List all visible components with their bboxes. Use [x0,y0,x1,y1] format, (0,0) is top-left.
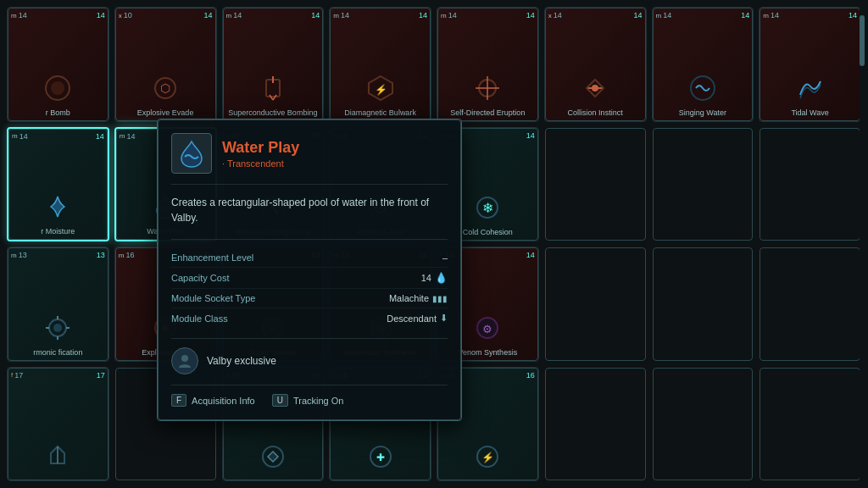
card-empty-15 [759,127,861,242]
svg-text:❄: ❄ [482,201,493,215]
stat-socket-label: Module Socket Type [171,293,255,303]
card-0[interactable]: m14 14 r Bomb [7,7,109,122]
card-corner-num-20: 14 [526,251,535,259]
card-corner-num-5: 14 [633,11,642,19]
acquisition-info-button[interactable]: F Acquisition Info [171,394,255,407]
svg-point-15 [592,85,598,92]
acquisition-label: Acquisition Info [192,396,255,406]
exclusive-avatar [171,347,198,374]
card-5[interactable]: x14 14 Collision Instinct [544,7,647,122]
card-icon-28: ⚡ [470,440,504,474]
card-name-1: Explosive Evade [137,108,194,118]
card-corner-num-8: 14 [96,132,104,141]
svg-point-25 [53,324,62,332]
tooltip-subtitle: · Transcendent [222,158,299,169]
card-empty-13 [544,127,647,242]
card-corner-num-28: 16 [526,371,535,380]
card-name-5: Collision Instinct [568,108,623,118]
svg-point-1 [51,81,64,95]
tooltip-panel: Water Play · Transcendent Creates a rect… [157,119,462,421]
card-badge-3: m14 [333,11,349,19]
card-corner-num-12: 14 [526,131,535,140]
card-corner-num-7: 14 [849,11,857,19]
descendant-icon: ⬇ [440,313,448,324]
card-empty-29 [544,367,647,482]
socket-bars-icon: ▮▮▮ [432,294,448,303]
card-badge-16: m13 [11,251,27,259]
card-icon-27: ✚ [364,440,398,474]
card-icon-16 [41,311,75,345]
card-8[interactable]: m14 14 r Moisture [7,127,109,242]
card-empty-30 [652,367,754,482]
card-corner-num-2: 14 [311,11,320,19]
card-name-4: Self-Directed Eruption [450,108,525,118]
card-4[interactable]: m14 14 Self-Directed Eruption [437,7,539,122]
card-corner-num-24: 17 [97,371,105,380]
card-16[interactable]: m13 13 rmonic fication [7,247,109,362]
card-1[interactable]: x10 14 ⬡ Explosive Evade [114,7,217,122]
exclusive-text: Valby exclusive [207,355,276,367]
card-badge-24: f17 [11,371,23,380]
tooltip-footer: F Acquisition Info U Tracking On [171,385,448,407]
card-24[interactable]: f17 17 [7,367,109,482]
card-empty-23 [759,247,861,362]
card-icon-6 [686,71,720,105]
card-corner-num-16: 13 [97,251,105,259]
card-badge-2: m14 [226,11,242,19]
card-icon-2 [256,71,290,105]
scrollbar-thumb[interactable] [860,15,865,66]
tracking-button[interactable]: U Tracking On [272,394,344,407]
card-2[interactable]: m14 14 Superconductive Bombing [222,7,325,122]
card-badge-1: x10 [119,11,132,19]
tracking-label: Tracking On [293,396,344,406]
key-u: U [272,394,288,407]
svg-text:✚: ✚ [376,452,385,463]
card-6[interactable]: m14 14 Singing Water [652,7,754,122]
stat-enhancement-label: Enhancement Level [171,252,253,263]
card-7[interactable]: m14 14 Tidal Wave [759,7,861,122]
card-badge-4: m14 [441,11,457,19]
card-name-3: Diamagnetic Bulwark [344,108,416,118]
tooltip-title: Water Play [222,139,299,157]
stat-capacity: Capacity Cost 14 💧 [171,268,448,289]
svg-point-45 [181,355,188,362]
card-3[interactable]: m14 14 ⚡ Diamagnetic Bulwark [329,7,431,122]
card-badge-0: m14 [11,11,27,19]
card-name-0: r Bomb [46,108,70,118]
card-icon-5 [578,71,612,105]
stat-enhancement-value: – [442,252,448,263]
card-name-16: rmonic fication [33,348,82,358]
card-empty-21 [544,247,647,362]
card-icon-4 [470,71,504,105]
card-icon-7 [793,71,827,105]
key-f: F [171,394,186,407]
tooltip-exclusive: Valby exclusive [171,338,448,374]
stat-socket-value: Malachite ▮▮▮ [389,293,448,303]
card-name-2: Superconductive Bombing [228,108,317,118]
card-corner-num-1: 14 [203,11,212,19]
stat-class-label: Module Class [171,313,228,324]
card-icon-20: ⚙ [470,311,504,345]
svg-text:⚡: ⚡ [481,451,494,463]
card-empty-22 [652,247,754,362]
card-badge-9: m14 [120,132,136,141]
card-name-6: Singing Water [679,108,726,118]
stat-capacity-value: 14 💧 [421,272,448,284]
tooltip-header: Water Play · Transcendent [171,133,448,174]
stat-class-value: Descendant ⬇ [387,313,448,324]
tooltip-title-block: Water Play · Transcendent [222,139,299,169]
card-badge-6: m14 [656,11,672,19]
card-corner-num-3: 14 [419,11,427,19]
stat-socket: Module Socket Type Malachite ▮▮▮ [171,289,448,308]
stat-enhancement: Enhancement Level – [171,248,448,268]
stat-capacity-label: Capacity Cost [171,273,229,283]
tooltip-description: Creates a rectangular-shaped pool of wat… [171,184,448,225]
card-badge-5: x14 [548,11,562,19]
scrollbar[interactable] [860,7,865,481]
card-icon-0 [41,71,75,105]
card-icon-26 [256,440,290,474]
card-icon-3: ⚡ [364,71,398,105]
card-corner-num-6: 14 [741,11,749,19]
card-icon-1: ⬡ [148,71,182,105]
card-name-7: Tidal Wave [791,108,828,118]
